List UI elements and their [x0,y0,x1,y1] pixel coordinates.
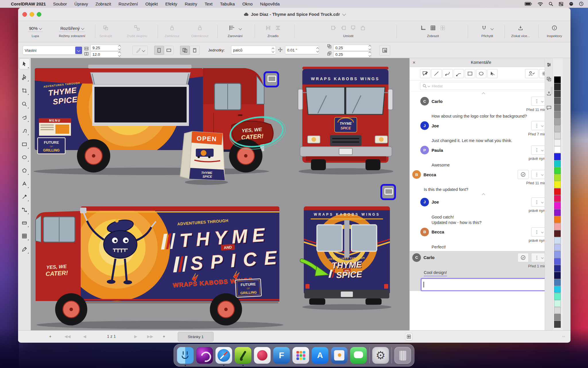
view-mode-dropdown[interactable]: Rozšířený [59,25,85,32]
pages-tab[interactable]: Stránky 1 [178,332,214,342]
line-annotation-icon[interactable] [431,69,442,78]
inspectors-icon[interactable] [552,25,557,32]
comments-inspector-icon[interactable] [546,105,552,111]
title-chevron-icon[interactable] [342,12,346,16]
battery-icon[interactable] [525,2,532,6]
comment-marker-2[interactable] [380,184,396,200]
place-right-icon[interactable] [341,25,346,32]
palette-swatch[interactable] [554,118,561,125]
dock-corel-purple-app-icon[interactable] [196,347,213,364]
place-top-icon[interactable] [350,25,356,32]
palette-swatch[interactable] [554,139,561,146]
resolve-all-icon[interactable] [525,69,538,78]
menu-objekt[interactable]: Objekt [145,1,158,6]
spotlight-search-icon[interactable] [549,2,553,6]
nudge-distance-field[interactable]: 0.01 " [285,46,319,54]
search-box[interactable] [420,82,547,90]
arrow-annotation-icon[interactable] [487,69,498,78]
comment-item[interactable]: C Carlo ⋮ Před 11 min How about using th… [420,96,547,119]
palette-swatch[interactable] [554,125,561,132]
page-height-spinner[interactable] [119,51,120,57]
palette-flyout-tab[interactable] [551,87,553,94]
palette-swatch[interactable] [554,244,561,251]
palette-swatch[interactable] [554,272,561,279]
palette-swatch[interactable] [554,230,561,237]
palette-swatch[interactable] [554,97,561,104]
next-page-icon[interactable]: ▶ [133,332,139,340]
dock-photo-paint-icon[interactable] [254,347,271,364]
pick-tool[interactable] [19,59,30,69]
comment-menu-button[interactable]: ⋮ [531,198,547,207]
note-comment-icon[interactable] [420,69,430,78]
comment-item[interactable]: J Joe ⋮ Před 7 min Just changed it. Let … [420,120,547,143]
curve-tool[interactable] [19,126,30,136]
zoom-tool[interactable] [19,99,30,109]
dock-photos-icon[interactable] [331,347,348,364]
menu-upravy[interactable]: Úpravy [74,1,88,6]
comment-item[interactable]: J Joe ⋮ právě nyní Good catch!Updated no… [420,197,547,225]
ellipse-annotation-icon[interactable] [476,69,486,78]
palette-swatch[interactable] [554,237,561,244]
dock-trash-icon[interactable] [394,347,411,364]
palette-swatch[interactable] [554,132,561,139]
ungroup-icon[interactable] [134,25,140,32]
rectangle-annotation-icon[interactable] [465,69,475,78]
menu-soubor[interactable]: Soubor [53,1,67,6]
page-size-preset-dropdown[interactable]: Vlastní [23,46,83,55]
menu-text[interactable]: Text [205,1,213,6]
freehand-annotation-icon[interactable] [442,69,453,78]
dock-coreldraw-icon[interactable] [235,347,252,364]
palette-swatch[interactable] [554,181,561,188]
dock-font-manager-icon[interactable] [273,347,290,364]
group-icon[interactable] [103,25,109,32]
palette-swatch[interactable] [554,300,561,307]
grid-icon[interactable] [430,25,436,32]
pan-scroll-icon[interactable]: ⇿ [560,332,567,340]
duplicate-x-field[interactable]: 0.25 [333,45,371,51]
treat-as-filled-button[interactable] [379,45,390,55]
comment-menu-button[interactable]: ⋮ [531,170,547,179]
line-tool[interactable] [19,192,30,202]
palette-swatch[interactable] [554,104,561,111]
place-bottom-icon[interactable] [360,25,366,32]
comment-menu-button[interactable]: ⋮ [531,227,547,237]
comment-menu-button[interactable]: ⋮ [531,145,547,155]
duplicate-y-field[interactable]: 0.25 [333,51,371,58]
first-page-icon[interactable]: ◀◀ [64,332,71,340]
palette-swatch[interactable] [554,223,561,230]
shape-tool[interactable] [19,72,30,82]
lock-icon[interactable] [169,25,175,32]
place-left-icon[interactable] [331,25,336,32]
title-bar[interactable]: Joe Diaz - Thyme and Spice Food Truck.cd… [18,8,570,21]
menu-okno[interactable]: Okno [242,1,253,6]
comment-item[interactable]: B Becca ⋮ právě nyní Perfect! [420,227,547,250]
rulers-icon[interactable] [420,25,426,32]
menu-rozvrzeni[interactable]: Rozvržení [119,1,138,6]
text-tool[interactable] [19,179,30,189]
all-pages-size-button[interactable] [180,46,190,55]
artistic-media-tool[interactable] [19,218,30,228]
portrait-orientation-button[interactable] [154,46,164,55]
crop-tool[interactable] [19,85,30,96]
palette-swatch[interactable] [554,279,561,286]
palette-swatch[interactable] [554,293,561,300]
callout-annotation-icon[interactable] [454,69,464,78]
collapse-thread-icon[interactable] [482,193,485,196]
clock-icon[interactable] [579,2,583,6]
dock-launchpad-icon[interactable] [293,347,309,364]
last-page-icon[interactable]: ▶▶ [147,332,154,340]
current-page-size-button[interactable] [190,46,200,55]
snap-magnet-icon[interactable] [481,25,487,32]
eyedropper-tool[interactable] [19,244,30,254]
resolve-comment-button[interactable] [518,253,529,262]
reply-input[interactable] [421,278,550,291]
palette-swatch[interactable] [554,321,561,327]
menu-rastry[interactable]: Rastry [185,1,197,6]
ellipse-tool[interactable] [19,152,30,162]
dock-system-preferences-icon[interactable] [372,347,389,364]
palette-swatch[interactable] [554,174,561,181]
add-page-after-button[interactable]: + [160,332,167,340]
scroll-up-icon[interactable] [482,92,485,95]
outline-pen-dropdown[interactable] [132,46,148,55]
rectangle-tool[interactable] [19,139,30,150]
